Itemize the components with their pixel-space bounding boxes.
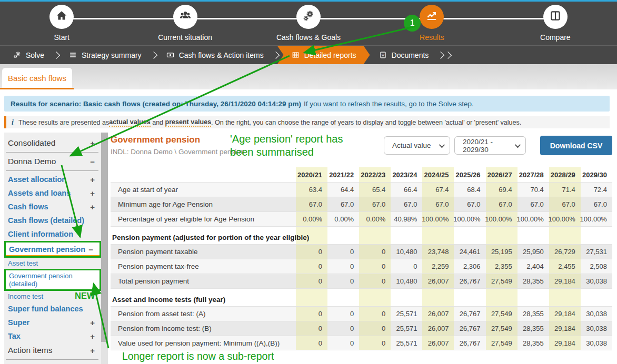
table-cell: 0 xyxy=(359,307,391,321)
actual-values-term[interactable]: actual values xyxy=(109,118,151,127)
column-header: 2029/30 xyxy=(581,167,612,182)
sidebar-item-cash-flows[interactable]: Cash flows+ xyxy=(4,200,101,214)
sidebar-item-government-pension-detailed-[interactable]: Government pension (detailed) xyxy=(4,269,101,291)
table-cell xyxy=(422,289,454,292)
crumb-strategy-summary[interactable]: Strategy summary xyxy=(60,46,150,64)
expand-plus-icon[interactable]: + xyxy=(90,346,95,355)
column-header: 2026/27 xyxy=(486,167,518,182)
table-cell: 67.0 xyxy=(581,197,612,211)
nav-step-circle[interactable] xyxy=(420,5,444,29)
sidebar-divider xyxy=(6,359,98,360)
table-cell: 10,480 xyxy=(391,274,422,288)
annotation-sub-report-note: Longer report is now a sub-report xyxy=(122,350,274,362)
table-cell: 67.0 xyxy=(327,197,359,211)
nav-step-cash-flows-goals[interactable]: Cash flows & Goals xyxy=(247,2,370,45)
table-row: Total pension payment00010,48026,00726,7… xyxy=(111,274,612,288)
table-corner-cell xyxy=(111,167,296,182)
table-cell: 2,508 xyxy=(581,259,612,274)
table-cell: 2,355 xyxy=(486,259,518,274)
table-cell: 40.98% xyxy=(391,212,422,226)
sidebar-item-donna-demo[interactable]: Donna Demo− xyxy=(4,154,101,169)
sidebar-item-label: Asset test xyxy=(8,259,38,267)
expand-plus-icon[interactable]: + xyxy=(90,203,95,211)
sidebar-item-consolidated[interactable]: Consolidated+ xyxy=(4,136,101,150)
table-cell: 70.4 xyxy=(518,183,549,197)
nav-step-start[interactable]: Start xyxy=(0,2,123,45)
sidebar-item-super-fund-balances[interactable]: Super fund balances xyxy=(4,302,101,316)
nav-step-circle[interactable] xyxy=(543,5,568,29)
sidebar-item-label: Super fund balances xyxy=(8,305,83,313)
expand-plus-icon[interactable]: + xyxy=(90,175,95,184)
table-cell: 26,767 xyxy=(454,274,485,288)
table-cell: 25,571 xyxy=(391,336,422,350)
values-note-prefix: These results are presented as xyxy=(18,119,109,126)
table-cell xyxy=(327,292,359,306)
crumb-detailed-reports[interactable]: Detailed reports xyxy=(277,46,370,64)
table-cell: 68.4 xyxy=(454,183,485,197)
crumb-cash-flows-action-items[interactable]: Cash flows & Action items xyxy=(157,46,272,64)
new-badge: NEW! xyxy=(75,291,98,301)
value-type-select[interactable]: Actual value xyxy=(384,136,450,155)
expand-plus-icon[interactable]: + xyxy=(90,332,95,341)
sidebar-item-cash-flows-detailed-[interactable]: Cash flows (detailed) xyxy=(4,214,101,227)
expand-plus-icon[interactable]: + xyxy=(90,318,95,327)
sidebar-divider xyxy=(6,152,98,153)
table-cell xyxy=(359,289,391,292)
collapse-minus-icon[interactable]: − xyxy=(90,157,95,166)
row-label: Value used for pension payment: Minimum … xyxy=(111,336,296,350)
nav-step-compare[interactable]: Compare xyxy=(494,2,617,45)
table-cell: 27,549 xyxy=(486,307,518,321)
sidebar-item-assets-and-loans[interactable]: Assets and loans+ xyxy=(4,186,101,200)
table-cell xyxy=(422,292,454,306)
sidebar-item-label: Client information xyxy=(8,230,73,238)
crumb-label: Cash flows & Action items xyxy=(179,51,264,59)
table-cell: 28,355 xyxy=(518,321,549,336)
sidebar-item-action-items[interactable]: Action items+ xyxy=(4,343,101,358)
table-cell: 67.0 xyxy=(518,197,549,211)
table-cell: 72.4 xyxy=(581,183,612,197)
table-cell: 0 xyxy=(327,259,359,274)
table-cell xyxy=(327,289,359,292)
tab-basic-cash-flows[interactable]: Basic cash flows xyxy=(2,68,72,88)
expand-plus-icon[interactable]: + xyxy=(90,189,95,198)
crumb-documents[interactable]: wDocuments xyxy=(370,46,437,64)
table-cell: 28,355 xyxy=(518,336,549,350)
sidebar-item-super[interactable]: Super+ xyxy=(4,316,101,329)
table-cell: 0 xyxy=(296,274,327,288)
table-cell: 0 xyxy=(359,274,391,288)
sidebar-item-government-pension[interactable]: Government pension− xyxy=(4,241,101,258)
table-cell: 69.4 xyxy=(486,183,518,197)
nav-step-circle[interactable] xyxy=(49,5,74,29)
collapse-minus-icon[interactable]: − xyxy=(88,245,93,254)
chevron-separator-icon xyxy=(437,51,444,58)
table-spacer-row xyxy=(111,226,612,230)
year-range-select[interactable]: 2020/21 - 2029/30 xyxy=(454,136,526,155)
crumb-solve[interactable]: Solve xyxy=(4,46,53,64)
table-cell xyxy=(454,292,485,306)
sidebar-item-tax[interactable]: Tax+ xyxy=(4,329,101,343)
nav-step-circle[interactable] xyxy=(173,5,197,29)
nav-step-results[interactable]: Results1 xyxy=(370,2,493,45)
sidebar-item-client-information[interactable]: Client information xyxy=(4,227,101,241)
present-values-term[interactable]: present values xyxy=(165,118,212,127)
app-window: StartCurrent situationCash flows & Goals… xyxy=(0,0,617,364)
sidebar-scrollbar-track[interactable] xyxy=(101,133,108,364)
sidebar-item-income-test[interactable]: Income testNEW! xyxy=(4,291,101,302)
nav-step-circle[interactable] xyxy=(296,5,321,29)
table-cell: 29,184 xyxy=(549,274,581,288)
table-cell: 0 xyxy=(327,307,359,321)
download-csv-button[interactable]: Download CSV xyxy=(540,136,612,155)
chevron-down-icon xyxy=(515,141,521,147)
sidebar-item-label: Donna Demo xyxy=(8,157,56,166)
table-cell: 63.4 xyxy=(296,183,327,197)
table-cell xyxy=(518,230,549,244)
sidebar-item-label: Income test xyxy=(8,292,43,300)
nav-step-current-situation[interactable]: Current situation xyxy=(123,2,246,45)
table-cell: 100.00% xyxy=(518,212,549,226)
sidebar-item-asset-allocation[interactable]: Asset allocation+ xyxy=(4,173,101,186)
section-header-label: Asset and income tests (full year) xyxy=(111,292,296,306)
sidebar-item-asset-test[interactable]: Asset test xyxy=(4,258,101,269)
expand-plus-icon[interactable]: + xyxy=(90,139,95,148)
chevron-down-icon xyxy=(439,141,445,147)
sidebar-scrollbar-thumb[interactable] xyxy=(101,133,108,342)
